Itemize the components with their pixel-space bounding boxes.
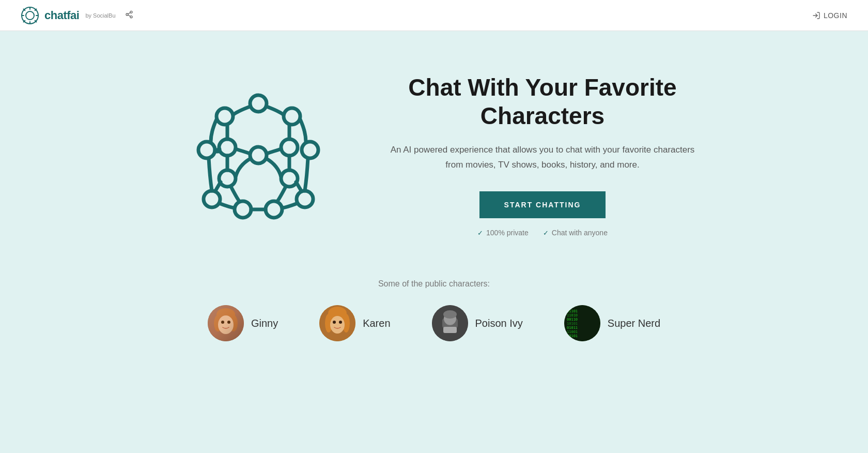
svg-point-24 bbox=[214, 315, 222, 331]
share-icon[interactable] bbox=[125, 10, 133, 21]
svg-point-52 bbox=[564, 305, 600, 341]
logo-by-text: by SocialBu bbox=[85, 12, 115, 19]
character-item-poisonivy[interactable]: Poison Ivy bbox=[432, 305, 523, 341]
logo-text: chatfai bbox=[44, 9, 79, 22]
svg-point-19 bbox=[297, 191, 313, 207]
navbar: chatfai by SocialBu LOGIN bbox=[0, 0, 868, 31]
login-label: LOGIN bbox=[824, 11, 847, 20]
svg-point-43 bbox=[443, 310, 457, 319]
svg-rect-41 bbox=[443, 327, 457, 333]
hero-checks: ✓ 100% private ✓ Chat with anyone bbox=[388, 229, 698, 237]
svg-point-35 bbox=[339, 321, 342, 324]
svg-point-34 bbox=[333, 321, 336, 324]
svg-point-11 bbox=[198, 142, 215, 158]
navbar-left: chatfai by SocialBu bbox=[21, 6, 133, 25]
check-anyone-label: Chat with anyone bbox=[552, 229, 608, 237]
logo-icon bbox=[21, 6, 39, 25]
svg-point-23 bbox=[216, 308, 235, 321]
svg-point-26 bbox=[218, 315, 234, 334]
ginny-avatar-svg bbox=[208, 305, 244, 341]
hero-subtitle: An AI powered experience that allows you… bbox=[388, 143, 698, 173]
svg-point-28 bbox=[227, 321, 230, 324]
karen-avatar-svg bbox=[319, 305, 355, 341]
hero-content: Chat With Your Favorite Characters An AI… bbox=[388, 73, 698, 237]
character-name-karen: Karen bbox=[363, 318, 390, 329]
character-item-ginny[interactable]: Ginny bbox=[208, 305, 278, 341]
check-anyone: ✓ Chat with anyone bbox=[543, 229, 608, 237]
svg-point-14 bbox=[281, 139, 298, 156]
character-avatar-supernerd: 01101 11010 00110 10101 01011 11001 0010… bbox=[564, 305, 600, 341]
login-icon bbox=[812, 11, 820, 20]
character-avatar-poisonivy bbox=[432, 305, 468, 341]
checkmark-private-icon: ✓ bbox=[477, 229, 483, 237]
supernerd-avatar-svg: 01101 11010 00110 10101 01011 11001 0010… bbox=[564, 305, 600, 341]
svg-point-8 bbox=[250, 95, 267, 112]
start-chatting-button[interactable]: START CHATTING bbox=[479, 191, 606, 218]
characters-section: Some of the public characters: bbox=[0, 269, 868, 372]
svg-point-20 bbox=[235, 201, 251, 218]
character-avatar-karen bbox=[319, 305, 355, 341]
svg-point-22 bbox=[208, 305, 244, 341]
svg-point-21 bbox=[266, 201, 282, 218]
svg-point-25 bbox=[229, 315, 238, 331]
character-name-poisonivy: Poison Ivy bbox=[475, 318, 523, 329]
svg-point-15 bbox=[250, 147, 267, 163]
check-private: ✓ 100% private bbox=[477, 229, 529, 237]
svg-point-10 bbox=[284, 108, 300, 125]
check-private-label: 100% private bbox=[486, 229, 529, 237]
characters-row: Ginny Karen bbox=[31, 305, 837, 341]
svg-point-27 bbox=[221, 321, 224, 324]
svg-point-9 bbox=[216, 108, 233, 125]
login-button[interactable]: LOGIN bbox=[812, 11, 847, 20]
character-avatar-ginny bbox=[208, 305, 244, 341]
hero-title: Chat With Your Favorite Characters bbox=[388, 73, 698, 130]
characters-label: Some of the public characters: bbox=[31, 279, 837, 289]
svg-point-13 bbox=[219, 139, 236, 156]
svg-point-33 bbox=[330, 316, 345, 334]
character-name-ginny: Ginny bbox=[251, 318, 278, 329]
svg-point-12 bbox=[302, 142, 318, 158]
svg-line-5 bbox=[128, 15, 130, 17]
character-item-karen[interactable]: Karen bbox=[319, 305, 390, 341]
character-name-supernerd: Super Nerd bbox=[608, 318, 660, 329]
svg-point-18 bbox=[204, 191, 220, 207]
svg-point-16 bbox=[219, 170, 236, 187]
svg-point-1 bbox=[26, 11, 34, 20]
character-item-supernerd[interactable]: 01101 11010 00110 10101 01011 11001 0010… bbox=[564, 305, 660, 341]
hero-brain-illustration bbox=[171, 67, 346, 243]
svg-point-17 bbox=[281, 170, 298, 187]
svg-line-6 bbox=[128, 12, 130, 14]
poisonivy-avatar-svg bbox=[432, 305, 468, 341]
hero-section: Chat With Your Favorite Characters An AI… bbox=[0, 31, 868, 269]
checkmark-anyone-icon: ✓ bbox=[543, 229, 549, 237]
